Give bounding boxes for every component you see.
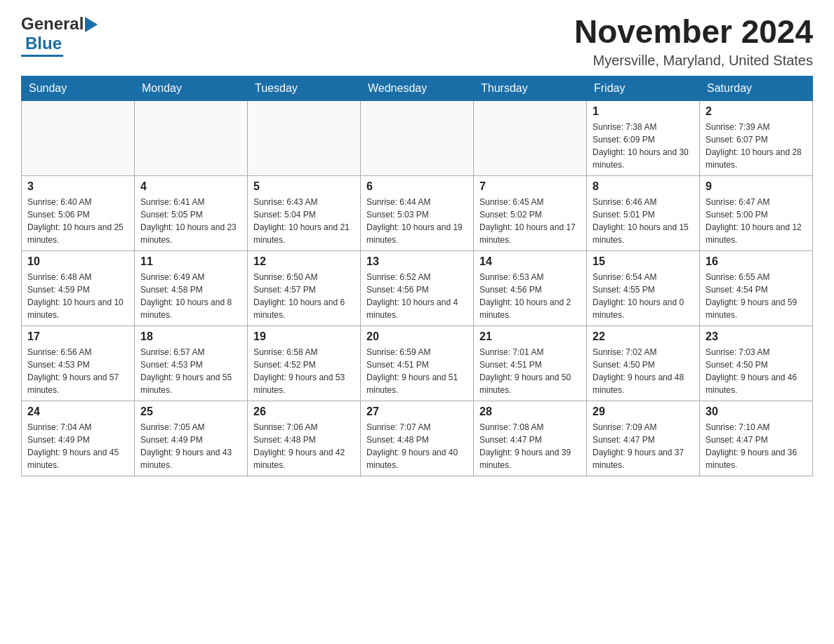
week-row-4: 17Sunrise: 6:56 AMSunset: 4:53 PMDayligh…: [22, 326, 813, 401]
day-number: 29: [593, 405, 694, 418]
location-subtitle: Myersville, Maryland, United States: [574, 53, 813, 69]
calendar-cell: 28Sunrise: 7:08 AMSunset: 4:47 PMDayligh…: [474, 401, 587, 476]
calendar-cell: 23Sunrise: 7:03 AMSunset: 4:50 PMDayligh…: [700, 326, 813, 401]
calendar-cell: 12Sunrise: 6:50 AMSunset: 4:57 PMDayligh…: [248, 250, 361, 326]
svg-marker-0: [85, 17, 98, 32]
day-number: 5: [253, 180, 355, 193]
day-info: Sunrise: 7:02 AMSunset: 4:50 PMDaylight:…: [593, 346, 694, 396]
weekday-header-tuesday: Tuesday: [248, 76, 361, 100]
calendar-cell: 16Sunrise: 6:55 AMSunset: 4:54 PMDayligh…: [700, 250, 813, 326]
day-info: Sunrise: 6:59 AMSunset: 4:51 PMDaylight:…: [366, 346, 468, 396]
day-number: 3: [27, 180, 128, 193]
day-info: Sunrise: 6:46 AMSunset: 5:01 PMDaylight:…: [593, 196, 694, 246]
calendar-cell: 18Sunrise: 6:57 AMSunset: 4:53 PMDayligh…: [135, 326, 248, 401]
calendar-cell: 1Sunrise: 7:38 AMSunset: 6:09 PMDaylight…: [587, 100, 700, 175]
logo-general-text: General: [21, 14, 84, 34]
calendar-cell: [248, 100, 361, 175]
day-info: Sunrise: 6:44 AMSunset: 5:03 PMDaylight:…: [366, 196, 468, 246]
day-number: 25: [140, 405, 241, 418]
logo-arrow-icon: [85, 17, 99, 32]
day-info: Sunrise: 7:05 AMSunset: 4:49 PMDaylight:…: [140, 421, 241, 471]
day-info: Sunrise: 6:40 AMSunset: 5:06 PMDaylight:…: [27, 196, 128, 246]
day-number: 30: [706, 405, 807, 418]
day-info: Sunrise: 7:03 AMSunset: 4:50 PMDaylight:…: [706, 346, 807, 396]
day-number: 13: [366, 255, 468, 268]
day-info: Sunrise: 6:45 AMSunset: 5:02 PMDaylight:…: [479, 196, 581, 246]
day-number: 15: [593, 255, 694, 268]
week-row-3: 10Sunrise: 6:48 AMSunset: 4:59 PMDayligh…: [22, 250, 813, 326]
day-info: Sunrise: 6:41 AMSunset: 5:05 PMDaylight:…: [140, 196, 241, 246]
calendar-cell: 22Sunrise: 7:02 AMSunset: 4:50 PMDayligh…: [587, 326, 700, 401]
day-number: 17: [27, 330, 128, 343]
weekday-header-friday: Friday: [587, 76, 700, 100]
calendar-cell: [474, 100, 587, 175]
calendar-cell: 21Sunrise: 7:01 AMSunset: 4:51 PMDayligh…: [474, 326, 587, 401]
calendar-cell: 11Sunrise: 6:49 AMSunset: 4:58 PMDayligh…: [135, 250, 248, 326]
calendar-cell: 14Sunrise: 6:53 AMSunset: 4:56 PMDayligh…: [474, 250, 587, 326]
day-info: Sunrise: 6:47 AMSunset: 5:00 PMDaylight:…: [706, 196, 807, 246]
day-number: 7: [479, 180, 581, 193]
calendar-cell: 8Sunrise: 6:46 AMSunset: 5:01 PMDaylight…: [587, 175, 700, 250]
logo-blue-text: Blue: [25, 34, 62, 53]
calendar-cell: 15Sunrise: 6:54 AMSunset: 4:55 PMDayligh…: [587, 250, 700, 326]
week-row-2: 3Sunrise: 6:40 AMSunset: 5:06 PMDaylight…: [22, 175, 813, 250]
day-info: Sunrise: 7:08 AMSunset: 4:47 PMDaylight:…: [479, 421, 581, 471]
day-number: 6: [366, 180, 468, 193]
calendar-cell: 27Sunrise: 7:07 AMSunset: 4:48 PMDayligh…: [361, 401, 474, 476]
page-header: General Blue November 2024 Myersville, M…: [21, 14, 813, 69]
day-info: Sunrise: 6:56 AMSunset: 4:53 PMDaylight:…: [27, 346, 128, 396]
calendar-cell: 30Sunrise: 7:10 AMSunset: 4:47 PMDayligh…: [700, 401, 813, 476]
day-number: 27: [366, 405, 468, 418]
day-info: Sunrise: 7:06 AMSunset: 4:48 PMDaylight:…: [253, 421, 355, 471]
day-info: Sunrise: 7:39 AMSunset: 6:07 PMDaylight:…: [706, 121, 807, 171]
day-info: Sunrise: 7:04 AMSunset: 4:49 PMDaylight:…: [27, 421, 128, 471]
calendar-cell: 19Sunrise: 6:58 AMSunset: 4:52 PMDayligh…: [248, 326, 361, 401]
day-number: 14: [479, 255, 581, 268]
day-info: Sunrise: 7:09 AMSunset: 4:47 PMDaylight:…: [593, 421, 694, 471]
day-number: 22: [593, 330, 694, 343]
title-block: November 2024 Myersville, Maryland, Unit…: [574, 14, 813, 69]
day-info: Sunrise: 6:54 AMSunset: 4:55 PMDaylight:…: [593, 271, 694, 321]
weekday-header-saturday: Saturday: [700, 76, 813, 100]
day-number: 10: [27, 255, 128, 268]
calendar-cell: [135, 100, 248, 175]
day-number: 28: [479, 405, 581, 418]
calendar-cell: [361, 100, 474, 175]
calendar-cell: 9Sunrise: 6:47 AMSunset: 5:00 PMDaylight…: [700, 175, 813, 250]
day-info: Sunrise: 6:43 AMSunset: 5:04 PMDaylight:…: [253, 196, 355, 246]
day-number: 12: [253, 255, 355, 268]
day-number: 9: [706, 180, 807, 193]
calendar-cell: 3Sunrise: 6:40 AMSunset: 5:06 PMDaylight…: [22, 175, 135, 250]
day-info: Sunrise: 6:49 AMSunset: 4:58 PMDaylight:…: [140, 271, 241, 321]
day-number: 4: [140, 180, 241, 193]
day-info: Sunrise: 7:01 AMSunset: 4:51 PMDaylight:…: [479, 346, 581, 396]
calendar-cell: 2Sunrise: 7:39 AMSunset: 6:07 PMDaylight…: [700, 100, 813, 175]
day-number: 19: [253, 330, 355, 343]
day-info: Sunrise: 6:50 AMSunset: 4:57 PMDaylight:…: [253, 271, 355, 321]
day-number: 2: [706, 105, 807, 118]
week-row-1: 1Sunrise: 7:38 AMSunset: 6:09 PMDaylight…: [22, 100, 813, 175]
day-number: 8: [593, 180, 694, 193]
day-number: 23: [706, 330, 807, 343]
calendar-cell: [22, 100, 135, 175]
day-number: 21: [479, 330, 581, 343]
calendar-cell: 24Sunrise: 7:04 AMSunset: 4:49 PMDayligh…: [22, 401, 135, 476]
calendar-cell: 5Sunrise: 6:43 AMSunset: 5:04 PMDaylight…: [248, 175, 361, 250]
calendar-cell: 7Sunrise: 6:45 AMSunset: 5:02 PMDaylight…: [474, 175, 587, 250]
day-info: Sunrise: 7:38 AMSunset: 6:09 PMDaylight:…: [593, 121, 694, 171]
day-info: Sunrise: 6:52 AMSunset: 4:56 PMDaylight:…: [366, 271, 468, 321]
weekday-header-monday: Monday: [135, 76, 248, 100]
day-number: 18: [140, 330, 241, 343]
logo-underline: [21, 55, 63, 57]
day-info: Sunrise: 6:48 AMSunset: 4:59 PMDaylight:…: [27, 271, 128, 321]
weekday-header-row: SundayMondayTuesdayWednesdayThursdayFrid…: [22, 76, 813, 100]
calendar-cell: 6Sunrise: 6:44 AMSunset: 5:03 PMDaylight…: [361, 175, 474, 250]
day-info: Sunrise: 6:53 AMSunset: 4:56 PMDaylight:…: [479, 271, 581, 321]
logo: General Blue: [21, 14, 99, 57]
day-number: 26: [253, 405, 355, 418]
day-number: 1: [593, 105, 694, 118]
calendar-table: SundayMondayTuesdayWednesdayThursdayFrid…: [21, 76, 813, 476]
day-info: Sunrise: 6:55 AMSunset: 4:54 PMDaylight:…: [706, 271, 807, 321]
day-number: 24: [27, 405, 128, 418]
day-number: 20: [366, 330, 468, 343]
